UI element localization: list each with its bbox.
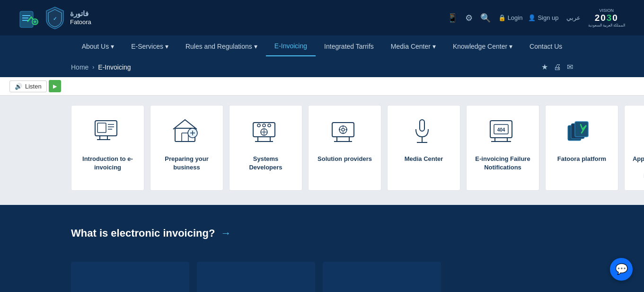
card-label-media: Media Center	[405, 155, 443, 163]
chevron-down-icon: ▾	[111, 43, 114, 50]
card-label-intro: Introduction to e-invoicing	[79, 155, 136, 172]
svg-point-23	[268, 124, 271, 127]
svg-rect-16	[182, 133, 188, 142]
svg-text:✓: ✓	[53, 16, 57, 21]
svg-rect-30	[332, 123, 354, 137]
svg-point-21	[257, 124, 260, 127]
lock-icon: 🔒	[498, 14, 506, 21]
breadcrumb-home[interactable]: Home	[71, 63, 88, 71]
breadcrumb: Home › E-Invoicing	[71, 63, 131, 71]
bottom-card-2[interactable]	[197, 262, 315, 292]
chat-icon: 💬	[615, 263, 628, 275]
fatoora-logo-icon	[19, 8, 40, 28]
card-label-failure: E-invoicing Failure Notifications	[474, 155, 531, 172]
card-icon-solution	[328, 115, 362, 148]
chevron-down-icon: ▾	[165, 43, 168, 50]
card-icon-failure: 404	[486, 115, 520, 148]
card-icon-systems	[249, 115, 282, 148]
nav-knowledge[interactable]: Knowledge Center ▾	[444, 37, 521, 56]
svg-rect-11	[97, 123, 106, 133]
nav-rules[interactable]: Rules and Regulations ▾	[177, 37, 266, 56]
nav-contact[interactable]: Contact Us	[521, 37, 571, 56]
top-bar: ✓ فاتورة Fatoora 📱 ⚙ 🔍 🔒 Login 👤 Sign up…	[0, 0, 644, 35]
breadcrumb-bar: Home › E-Invoicing ★ 🖨 ✉	[0, 57, 644, 77]
language-button[interactable]: عربي	[566, 14, 581, 21]
logo-area: ✓ فاتورة Fatoora	[19, 6, 91, 30]
logo-text: فاتورة Fatoora	[70, 9, 91, 26]
nav-bar: About Us ▾ E-Services ▾ Rules and Regula…	[0, 35, 644, 57]
card-icon-preparing	[170, 115, 203, 148]
breadcrumb-current: E-Invoicing	[98, 63, 131, 71]
card-preparing[interactable]: Preparing your business	[150, 105, 223, 191]
speaker-icon: 🔊	[15, 83, 22, 90]
chevron-down-icon: ▾	[432, 43, 436, 50]
settings-icon[interactable]: ⚙	[465, 13, 473, 23]
card-solution[interactable]: Solution providers	[308, 105, 381, 191]
nav-tarrifs[interactable]: Integrated Tarrifs	[316, 37, 382, 56]
card-icon-fatoora	[565, 115, 599, 148]
login-link[interactable]: 🔒 Login	[498, 14, 523, 21]
svg-text:404: 404	[497, 127, 505, 133]
card-label-solution: Solution providers	[318, 155, 372, 163]
cards-grid: Introduction to e-invoicing Preparing yo…	[71, 105, 573, 191]
vision-2030-logo: VISION 2030 المملكة العربية السعودية	[588, 8, 625, 27]
card-media[interactable]: Media Center	[387, 105, 460, 191]
nav-media[interactable]: Media Center ▾	[382, 37, 444, 56]
listen-bar: 🔊 Listen ▶	[0, 77, 644, 96]
card-label-preparing: Preparing your business	[158, 155, 215, 172]
search-icon[interactable]: 🔍	[480, 13, 491, 23]
nav-eservices[interactable]: E-Services ▾	[123, 37, 177, 56]
what-section: What is electronic invoicing? →	[0, 205, 644, 262]
person-icon: 👤	[528, 14, 536, 21]
mobile-icon[interactable]: 📱	[447, 13, 458, 23]
signup-link[interactable]: 👤 Sign up	[528, 14, 558, 21]
play-button[interactable]: ▶	[49, 80, 61, 92]
email-icon[interactable]: ✉	[567, 62, 573, 71]
svg-rect-40	[420, 120, 424, 131]
auth-links: 🔒 Login 👤 Sign up	[498, 14, 559, 21]
nav-about[interactable]: About Us ▾	[73, 37, 123, 56]
card-label-appform: Application form of issuing tax invoices…	[632, 155, 644, 181]
chevron-down-icon: ▾	[509, 43, 512, 50]
nav-einvoicing[interactable]: E-Invoicing	[266, 36, 316, 56]
svg-rect-51	[575, 122, 588, 137]
star-icon[interactable]: ★	[541, 62, 548, 71]
bottom-card-1[interactable]	[71, 262, 189, 292]
shield-logo-icon: ✓	[44, 6, 65, 30]
card-appform[interactable]: TAX Application form of issuing tax invo…	[624, 105, 644, 191]
play-icon: ▶	[53, 83, 57, 89]
card-icon-media	[407, 115, 441, 148]
breadcrumb-actions: ★ 🖨 ✉	[541, 62, 573, 71]
card-systems[interactable]: Systems Developers	[229, 105, 302, 191]
top-actions: 📱 ⚙ 🔍 🔒 Login 👤 Sign up عربي VISION 2030…	[447, 8, 625, 27]
svg-point-22	[263, 124, 265, 127]
chat-button[interactable]: 💬	[610, 258, 633, 281]
cards-area: Introduction to e-invoicing Preparing yo…	[0, 96, 644, 205]
what-arrow-icon: →	[221, 227, 231, 239]
card-fatoora[interactable]: Fatoora platform	[545, 105, 618, 191]
card-failure[interactable]: 404 E-invoicing Failure Notifications	[466, 105, 539, 191]
svg-rect-0	[20, 11, 33, 27]
card-label-systems: Systems Developers	[237, 155, 294, 172]
listen-button[interactable]: 🔊 Listen	[9, 80, 47, 92]
bottom-card-3[interactable]	[323, 262, 441, 292]
card-label-fatoora: Fatoora platform	[557, 155, 606, 163]
print-icon[interactable]: 🖨	[554, 63, 561, 71]
svg-rect-9	[100, 136, 107, 140]
breadcrumb-separator: ›	[92, 64, 94, 71]
card-icon-intro	[91, 115, 124, 148]
svg-point-32	[342, 128, 344, 131]
chevron-down-icon: ▾	[254, 43, 257, 50]
what-title: What is electronic invoicing?	[71, 227, 215, 239]
card-intro[interactable]: Introduction to e-invoicing	[71, 105, 144, 191]
bottom-cards	[0, 262, 644, 292]
